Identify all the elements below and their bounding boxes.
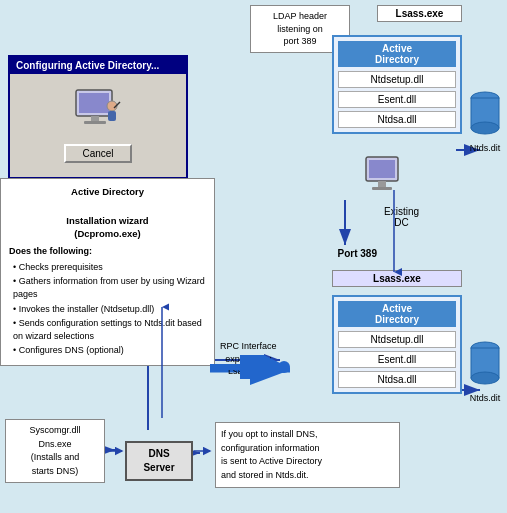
svg-rect-24 — [108, 111, 116, 121]
sysocmgr-box: Syscomgr.dll Dns.exe (Installs and start… — [5, 419, 105, 483]
wizard-subtitle: Installation wizard (Dcpromo.exe) — [9, 200, 206, 240]
svg-rect-16 — [378, 181, 386, 187]
wizard-item-1: • Gathers information from user by using… — [13, 275, 206, 300]
svg-point-20 — [471, 372, 499, 384]
ntds-dit-bottom: Ntds.dit — [469, 340, 501, 403]
dns-server-box: DNS Server — [125, 441, 193, 481]
wizard-items-list: • Checks prerequisites • Gathers informa… — [9, 261, 206, 357]
svg-point-13 — [471, 122, 499, 134]
new-dll-esent: Esent.dll — [338, 351, 456, 368]
ntds-dit-top: Ntds.dit — [469, 90, 501, 153]
wizard-item-0: • Checks prerequisites — [13, 261, 206, 274]
wizard-does-title: Does the following: — [9, 245, 206, 258]
svg-rect-22 — [79, 93, 109, 113]
configure-cancel-button[interactable]: Cancel — [64, 144, 131, 163]
wizard-item-4: • Configures DNS (optional) — [13, 344, 206, 357]
existing-dll-ntdsa: Ntdsa.dll — [338, 111, 456, 128]
existing-dll-esent: Esent.dll — [338, 91, 456, 108]
configure-titlebar: Configuring Active Directory... — [10, 57, 186, 74]
existing-dll-ntdsetup: Ntdsetup.dll — [338, 71, 456, 88]
configure-computer-icon — [74, 88, 122, 134]
wizard-item-3: • Sends configuration settings to Ntds.d… — [13, 317, 206, 342]
existing-ad-label: ActiveDirectory — [338, 41, 456, 67]
existing-dc-box: ActiveDirectory Ntdsetup.dll Esent.dll N… — [332, 35, 462, 134]
svg-rect-15 — [369, 160, 395, 178]
wizard-title: Active Directory — [9, 185, 206, 198]
new-dll-ntdsetup: Ntdsetup.dll — [338, 331, 456, 348]
new-dll-ntdsa: Ntdsa.dll — [338, 371, 456, 388]
svg-rect-26 — [91, 116, 99, 121]
port-389-label: Port 389 — [338, 248, 377, 259]
ldap-text: LDAP header listening on port 389 — [273, 11, 327, 46]
configure-dialog: Configuring Active Directory... Cancel — [8, 55, 188, 179]
dns-info-box: If you opt to install DNS, configuration… — [215, 422, 400, 488]
wizard-description-box: Active Directory Installation wizard (Dc… — [0, 178, 215, 366]
configure-body: Cancel — [10, 74, 186, 177]
new-ad-label: ActiveDirectory — [338, 301, 456, 327]
lsass-top-label: Lsass.exe — [377, 5, 462, 22]
wizard-item-2: • Invokes the installer (Ntdsetup.dll) — [13, 303, 206, 316]
svg-rect-27 — [84, 121, 106, 124]
new-dc-box: ActiveDirectory Ntdsetup.dll Esent.dll N… — [332, 295, 462, 394]
